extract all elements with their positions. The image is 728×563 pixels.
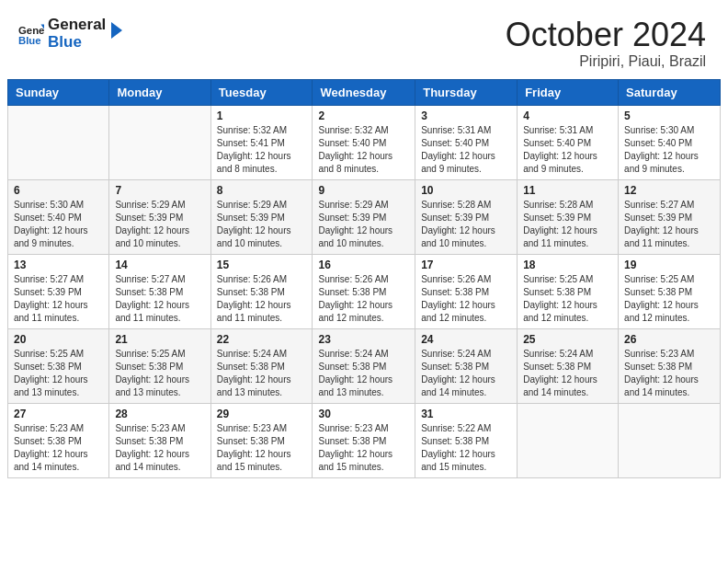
day-info: Sunrise: 5:30 AM Sunset: 5:40 PM Dayligh… bbox=[14, 199, 103, 250]
calendar-cell: 31Sunrise: 5:22 AM Sunset: 5:38 PM Dayli… bbox=[415, 403, 518, 477]
logo-general: General bbox=[48, 17, 106, 34]
day-number: 10 bbox=[421, 184, 511, 197]
calendar-cell: 10Sunrise: 5:28 AM Sunset: 5:39 PM Dayli… bbox=[415, 179, 518, 254]
day-info: Sunrise: 5:25 AM Sunset: 5:38 PM Dayligh… bbox=[624, 273, 714, 325]
calendar-cell: 9Sunrise: 5:29 AM Sunset: 5:39 PM Daylig… bbox=[313, 179, 415, 254]
day-number: 15 bbox=[217, 259, 307, 271]
calendar-cell: 23Sunrise: 5:24 AM Sunset: 5:38 PM Dayli… bbox=[313, 328, 415, 403]
day-number: 6 bbox=[14, 184, 103, 197]
calendar-cell: 18Sunrise: 5:25 AM Sunset: 5:38 PM Dayli… bbox=[518, 254, 619, 328]
svg-marker-3 bbox=[111, 22, 122, 39]
day-info: Sunrise: 5:24 AM Sunset: 5:38 PM Dayligh… bbox=[523, 348, 612, 399]
day-info: Sunrise: 5:27 AM Sunset: 5:38 PM Dayligh… bbox=[115, 273, 204, 325]
title-block: October 2024 Piripiri, Piaui, Brazil bbox=[506, 17, 706, 70]
weekday-header-monday: Monday bbox=[109, 79, 210, 105]
calendar-cell bbox=[518, 403, 619, 477]
calendar-cell: 12Sunrise: 5:27 AM Sunset: 5:39 PM Dayli… bbox=[619, 179, 721, 254]
calendar-cell: 22Sunrise: 5:24 AM Sunset: 5:38 PM Dayli… bbox=[210, 328, 313, 403]
calendar-cell: 26Sunrise: 5:23 AM Sunset: 5:38 PM Dayli… bbox=[619, 328, 721, 403]
calendar-header: SundayMondayTuesdayWednesdayThursdayFrid… bbox=[8, 79, 721, 105]
page: General Blue General Blue October 2024 P… bbox=[0, 0, 728, 563]
day-info: Sunrise: 5:26 AM Sunset: 5:38 PM Dayligh… bbox=[421, 273, 511, 325]
day-number: 14 bbox=[115, 259, 204, 271]
logo-arrow-icon bbox=[104, 20, 124, 40]
day-info: Sunrise: 5:29 AM Sunset: 5:39 PM Dayligh… bbox=[115, 199, 204, 250]
day-number: 29 bbox=[217, 408, 307, 420]
calendar-cell: 4Sunrise: 5:31 AM Sunset: 5:40 PM Daylig… bbox=[518, 105, 619, 179]
day-info: Sunrise: 5:26 AM Sunset: 5:38 PM Dayligh… bbox=[217, 273, 307, 325]
day-info: Sunrise: 5:23 AM Sunset: 5:38 PM Dayligh… bbox=[318, 422, 409, 474]
day-info: Sunrise: 5:24 AM Sunset: 5:38 PM Dayligh… bbox=[217, 348, 307, 399]
day-info: Sunrise: 5:27 AM Sunset: 5:39 PM Dayligh… bbox=[14, 273, 103, 325]
calendar-cell: 7Sunrise: 5:29 AM Sunset: 5:39 PM Daylig… bbox=[109, 179, 210, 254]
day-info: Sunrise: 5:30 AM Sunset: 5:40 PM Dayligh… bbox=[624, 124, 714, 176]
day-number: 18 bbox=[523, 259, 612, 271]
calendar-cell: 6Sunrise: 5:30 AM Sunset: 5:40 PM Daylig… bbox=[8, 179, 109, 254]
weekday-header-tuesday: Tuesday bbox=[210, 79, 313, 105]
day-number: 8 bbox=[217, 184, 307, 197]
day-info: Sunrise: 5:28 AM Sunset: 5:39 PM Dayligh… bbox=[421, 199, 511, 250]
calendar-cell bbox=[8, 105, 109, 179]
day-number: 11 bbox=[523, 184, 612, 197]
day-number: 3 bbox=[421, 109, 511, 122]
calendar-cell: 15Sunrise: 5:26 AM Sunset: 5:38 PM Dayli… bbox=[210, 254, 313, 328]
calendar-cell: 14Sunrise: 5:27 AM Sunset: 5:38 PM Dayli… bbox=[109, 254, 210, 328]
day-number: 2 bbox=[318, 109, 409, 122]
day-info: Sunrise: 5:26 AM Sunset: 5:38 PM Dayligh… bbox=[318, 273, 409, 325]
day-info: Sunrise: 5:32 AM Sunset: 5:41 PM Dayligh… bbox=[217, 124, 307, 176]
day-number: 4 bbox=[523, 109, 612, 122]
day-number: 23 bbox=[318, 333, 409, 346]
calendar-cell: 2Sunrise: 5:32 AM Sunset: 5:40 PM Daylig… bbox=[313, 105, 415, 179]
day-number: 13 bbox=[14, 259, 103, 271]
day-number: 1 bbox=[217, 109, 307, 122]
calendar-week-5: 27Sunrise: 5:23 AM Sunset: 5:38 PM Dayli… bbox=[8, 403, 721, 477]
calendar-cell: 5Sunrise: 5:30 AM Sunset: 5:40 PM Daylig… bbox=[619, 105, 721, 179]
calendar-cell: 8Sunrise: 5:29 AM Sunset: 5:39 PM Daylig… bbox=[210, 179, 313, 254]
day-info: Sunrise: 5:29 AM Sunset: 5:39 PM Dayligh… bbox=[318, 199, 409, 250]
logo: General Blue General Blue bbox=[18, 17, 124, 51]
calendar-body: 1Sunrise: 5:32 AM Sunset: 5:41 PM Daylig… bbox=[8, 105, 721, 477]
day-number: 21 bbox=[115, 333, 204, 346]
day-info: Sunrise: 5:23 AM Sunset: 5:38 PM Dayligh… bbox=[624, 348, 714, 399]
day-number: 19 bbox=[624, 259, 714, 271]
day-info: Sunrise: 5:24 AM Sunset: 5:38 PM Dayligh… bbox=[318, 348, 409, 399]
subtitle: Piripiri, Piaui, Brazil bbox=[506, 53, 706, 70]
day-info: Sunrise: 5:23 AM Sunset: 5:38 PM Dayligh… bbox=[115, 422, 204, 474]
day-number: 5 bbox=[624, 109, 714, 122]
day-number: 28 bbox=[115, 408, 204, 420]
day-info: Sunrise: 5:23 AM Sunset: 5:38 PM Dayligh… bbox=[217, 422, 307, 474]
day-number: 20 bbox=[14, 333, 103, 346]
day-number: 9 bbox=[318, 184, 409, 197]
weekday-header-sunday: Sunday bbox=[8, 79, 109, 105]
day-number: 31 bbox=[421, 408, 511, 420]
calendar-cell: 21Sunrise: 5:25 AM Sunset: 5:38 PM Dayli… bbox=[109, 328, 210, 403]
day-info: Sunrise: 5:32 AM Sunset: 5:40 PM Dayligh… bbox=[318, 124, 409, 176]
day-number: 17 bbox=[421, 259, 511, 271]
calendar-cell: 17Sunrise: 5:26 AM Sunset: 5:38 PM Dayli… bbox=[415, 254, 518, 328]
day-number: 27 bbox=[14, 408, 103, 420]
calendar-cell: 30Sunrise: 5:23 AM Sunset: 5:38 PM Dayli… bbox=[313, 403, 415, 477]
calendar-cell: 3Sunrise: 5:31 AM Sunset: 5:40 PM Daylig… bbox=[415, 105, 518, 179]
day-info: Sunrise: 5:22 AM Sunset: 5:38 PM Dayligh… bbox=[421, 422, 511, 474]
calendar-table: SundayMondayTuesdayWednesdayThursdayFrid… bbox=[7, 79, 721, 478]
calendar-cell: 27Sunrise: 5:23 AM Sunset: 5:38 PM Dayli… bbox=[8, 403, 109, 477]
day-number: 24 bbox=[421, 333, 511, 346]
day-number: 16 bbox=[318, 259, 409, 271]
calendar-cell: 1Sunrise: 5:32 AM Sunset: 5:41 PM Daylig… bbox=[210, 105, 313, 179]
calendar-cell: 19Sunrise: 5:25 AM Sunset: 5:38 PM Dayli… bbox=[619, 254, 721, 328]
calendar-cell: 13Sunrise: 5:27 AM Sunset: 5:39 PM Dayli… bbox=[8, 254, 109, 328]
calendar-cell: 16Sunrise: 5:26 AM Sunset: 5:38 PM Dayli… bbox=[313, 254, 415, 328]
calendar-cell: 25Sunrise: 5:24 AM Sunset: 5:38 PM Dayli… bbox=[518, 328, 619, 403]
weekday-header-saturday: Saturday bbox=[619, 79, 721, 105]
calendar-week-2: 6Sunrise: 5:30 AM Sunset: 5:40 PM Daylig… bbox=[8, 179, 721, 254]
calendar-cell: 24Sunrise: 5:24 AM Sunset: 5:38 PM Dayli… bbox=[415, 328, 518, 403]
day-number: 22 bbox=[217, 333, 307, 346]
day-info: Sunrise: 5:31 AM Sunset: 5:40 PM Dayligh… bbox=[523, 124, 612, 176]
calendar-cell bbox=[109, 105, 210, 179]
day-info: Sunrise: 5:29 AM Sunset: 5:39 PM Dayligh… bbox=[217, 199, 307, 250]
logo-icon: General Blue bbox=[18, 21, 44, 47]
calendar-cell: 11Sunrise: 5:28 AM Sunset: 5:39 PM Dayli… bbox=[518, 179, 619, 254]
day-number: 12 bbox=[624, 184, 714, 197]
weekday-header-wednesday: Wednesday bbox=[313, 79, 415, 105]
day-info: Sunrise: 5:24 AM Sunset: 5:38 PM Dayligh… bbox=[421, 348, 511, 399]
